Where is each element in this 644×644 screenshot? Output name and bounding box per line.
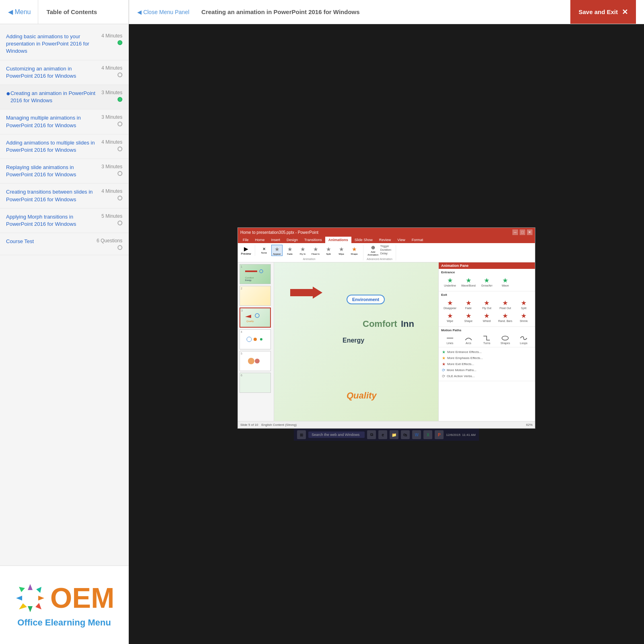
more-exit-effects[interactable]: ★ More Exit Effects... xyxy=(441,361,533,367)
sidebar-item-1[interactable]: Adding basic animations to your presenta… xyxy=(0,28,128,60)
more-motion-label: More Motion Paths... xyxy=(447,368,477,372)
slide-thumb-2[interactable]: 2 xyxy=(239,286,271,306)
sidebar-item-1-right: 4 Minutes xyxy=(101,33,122,45)
motion-item-lines[interactable]: Lines xyxy=(441,334,459,345)
motion-item-arcs[interactable]: Arcs xyxy=(460,334,477,345)
win-task-view-btn[interactable]: ⧉ xyxy=(367,430,376,439)
win-file-explorer-icon[interactable]: 📁 xyxy=(390,430,398,439)
ppt-maximize-btn[interactable]: □ xyxy=(520,229,525,235)
slide4-preview xyxy=(240,330,270,349)
sidebar-item-4[interactable]: Managing multiple animations in PowerPoi… xyxy=(0,109,128,134)
sidebar-item-2[interactable]: Customizing an animation in PowerPoint 2… xyxy=(0,60,128,85)
anim-item-wheel-exit[interactable]: ★ Wheel xyxy=(478,311,496,323)
win-store-icon[interactable]: 🛍 xyxy=(401,430,410,439)
slide-thumb-3[interactable]: 3 Quality xyxy=(239,308,271,328)
ppt-tab-view[interactable]: View xyxy=(394,237,408,243)
save-exit-button[interactable]: Save and Exit ✕ xyxy=(570,0,636,24)
sidebar-item-3[interactable]: ● Creating an animation in PowerPoint 20… xyxy=(0,85,128,109)
top-bar: ◀ Menu Table of Contents ◀ Close Menu Pa… xyxy=(0,0,644,24)
close-menu-button[interactable]: ◀ Close Menu Panel xyxy=(137,9,189,15)
anim-item-split-exit[interactable]: ★ Split xyxy=(515,298,533,310)
svg-marker-4 xyxy=(28,606,33,612)
menu-area: ◀ Menu Table of Contents xyxy=(0,0,129,24)
anim-flyout-label: Fly Out xyxy=(482,307,491,310)
slide-num-6: 6 xyxy=(241,374,242,377)
anim-split-exit-label: Split xyxy=(521,307,526,310)
more-emphasis-effects[interactable]: ★ More Emphasis Effects... xyxy=(441,355,533,361)
anim-item-floatout[interactable]: ★ Float Out xyxy=(496,298,514,310)
win-ie-icon[interactable]: e xyxy=(378,430,387,439)
motion-arcs-label: Arcs xyxy=(466,342,471,345)
motion-turns-shape xyxy=(482,334,491,342)
ppt-tab-home[interactable]: Home xyxy=(252,237,268,243)
sidebar-item-7[interactable]: Creating transitions between slides in P… xyxy=(0,184,128,208)
win-start-btn[interactable]: ⊞ xyxy=(297,430,306,439)
svg-rect-8 xyxy=(245,270,257,272)
ppt-minimize-btn[interactable]: ─ xyxy=(512,229,518,235)
sidebar-item-6[interactable]: Replaying slide animations in PowerPoint… xyxy=(0,159,128,184)
win-word-icon[interactable]: W xyxy=(412,430,421,439)
ppt-tab-format[interactable]: Format xyxy=(409,237,427,243)
anim-item-shape-exit[interactable]: ★ Shape xyxy=(460,311,477,323)
ole-action-verbs[interactable]: ⟳ OLE Action Verbs... xyxy=(441,373,533,379)
anim-item-wave[interactable]: ★ Wave xyxy=(496,276,514,288)
ribbon-anim-fade[interactable]: ★ Fade xyxy=(284,245,295,256)
motion-item-loops[interactable]: Loops xyxy=(515,334,533,345)
motion-item-shapes[interactable]: Shapes xyxy=(496,334,514,345)
anim-item-randbars-exit[interactable]: ★ Rand. Bars xyxy=(496,311,514,323)
menu-icon[interactable]: ◀ Menu xyxy=(8,8,31,16)
ribbon-preview-btn[interactable]: ▶ Preview xyxy=(240,245,252,256)
ribbon-anim-none[interactable]: ✕ None xyxy=(258,245,270,256)
sidebar-item-8[interactable]: Applying Morph transitions in PowerPoint… xyxy=(0,208,128,233)
ribbon-anim-floatin[interactable]: ★ Float In xyxy=(310,245,321,256)
motion-lines-label: Lines xyxy=(447,342,454,345)
svg-marker-5 xyxy=(19,603,27,609)
anim-shrink-label: Shrink xyxy=(520,320,528,322)
anim-item-growarrow[interactable]: ★ Grow/Arr xyxy=(478,276,496,288)
slide1-svg: Comfort Energy xyxy=(243,267,267,281)
ribbon-anim-appear[interactable]: ★ Appear xyxy=(271,245,283,256)
slide-thumb-5[interactable]: 5 xyxy=(239,351,271,371)
motion-item-turns[interactable]: Turns xyxy=(478,334,496,345)
slide-thumb-6[interactable]: 6 xyxy=(239,373,271,393)
slide-panel: 1 Comfort Energy 2 xyxy=(238,262,274,421)
nav-area: ◀ Close Menu Panel Creating an animation… xyxy=(129,0,644,24)
ribbon-anim-shape[interactable]: ★ Shape xyxy=(349,245,360,256)
anim-item-wavebond[interactable]: ★ Wave/Bond xyxy=(460,276,477,288)
anim-item-fade-exit[interactable]: ★ Fade xyxy=(460,298,477,310)
anim-item-wipe-exit[interactable]: ★ Wipe xyxy=(441,311,459,323)
ribbon-anim-split[interactable]: ★ Split xyxy=(323,245,334,256)
more-entrance-effects[interactable]: ★ More Entrance Effects... xyxy=(441,349,533,355)
sidebar-item-8-title: Applying Morph transitions in PowerPoint… xyxy=(6,213,98,228)
slide3-svg: Quality xyxy=(243,311,267,325)
sidebar-item-9[interactable]: Course Test 6 Questions xyxy=(0,233,128,255)
anim-item-shrink[interactable]: ★ Shrink xyxy=(515,311,533,323)
ppt-tab-transitions[interactable]: Transitions xyxy=(301,237,325,243)
anim-item-flyout[interactable]: ★ Fly Out xyxy=(478,298,496,310)
more-motion-paths[interactable]: ⟳ More Motion Paths... xyxy=(441,367,533,373)
ppt-slide-count: Slide 5 of 10 xyxy=(240,423,258,427)
win-ppt-icon[interactable]: P xyxy=(435,430,444,439)
sidebar-item-6-right: 3 Minutes xyxy=(101,164,122,176)
sidebar-item-4-content: Managing multiple animations in PowerPoi… xyxy=(6,114,98,129)
ppt-tab-review[interactable]: Review xyxy=(376,237,394,243)
ribbon-anim-wipe[interactable]: ★ Wipe xyxy=(336,245,347,256)
anim-item-disappear[interactable]: ★ Disappear xyxy=(441,298,459,310)
slide-thumb-4[interactable]: 4 xyxy=(239,329,271,349)
win-excel-icon[interactable]: X xyxy=(423,430,432,439)
win-search-box[interactable]: Search the web and Windows xyxy=(308,431,365,438)
anim-item-underline[interactable]: ★ Underline xyxy=(441,276,459,288)
ppt-tab-insert[interactable]: Insert xyxy=(268,237,284,243)
ppt-tab-file[interactable]: File xyxy=(239,237,252,243)
ppt-close-btn[interactable]: ✕ xyxy=(527,229,533,235)
ribbon-add-anim-btn[interactable]: ⊕ Add Animation xyxy=(367,245,379,256)
ribbon-anim-flyin[interactable]: ★ Fly In xyxy=(297,245,308,256)
ppt-tab-animations[interactable]: Animations xyxy=(325,237,351,243)
sidebar-item-5[interactable]: Adding animations to multiple slides in … xyxy=(0,134,128,159)
anim-exit-section: Exit ★ Disappear ★ Fade ★ xyxy=(439,291,535,327)
ppt-tab-design[interactable]: Design xyxy=(283,237,301,243)
svg-point-9 xyxy=(260,270,263,273)
ppt-tab-slideshow[interactable]: Slide Show xyxy=(351,237,376,243)
status-dot-empty-9 xyxy=(118,245,122,250)
slide-thumb-1[interactable]: 1 Comfort Energy xyxy=(239,264,271,284)
